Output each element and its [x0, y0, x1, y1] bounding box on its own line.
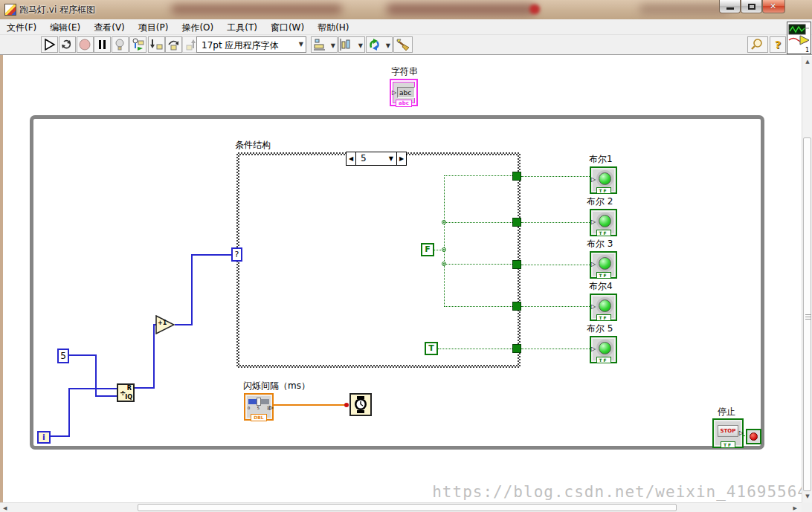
menu-window[interactable]: 窗口(W): [264, 19, 311, 36]
case-selector-terminal[interactable]: ?: [231, 247, 242, 262]
distribute-objects-button[interactable]: ▼: [338, 36, 365, 53]
input-triangle-icon: ▷: [591, 261, 596, 268]
wire-junction: [442, 247, 446, 252]
help-button[interactable]: ?: [770, 36, 786, 53]
retain-wire-values-button[interactable]: [129, 36, 146, 53]
pause-button[interactable]: [94, 36, 111, 53]
case-tunnel-5[interactable]: [512, 344, 521, 353]
boolean-indicator-2[interactable]: ▷ TF: [590, 209, 617, 236]
font-selector[interactable]: 17pt 应用程序字体 ▼: [196, 36, 306, 53]
highlight-execution-button[interactable]: [112, 36, 129, 53]
true-constant[interactable]: T: [425, 342, 438, 355]
case-tunnel-3[interactable]: [512, 260, 521, 269]
boolean-label: 布尔 5: [587, 323, 613, 335]
quotient-remainder-function[interactable]: ÷ R IQ: [117, 383, 135, 402]
run-button[interactable]: [41, 36, 58, 53]
numeric-wire: [68, 388, 70, 437]
stop-button-terminal[interactable]: STOP TF ▷: [712, 418, 744, 448]
case-dropdown-icon[interactable]: ▼: [389, 152, 393, 165]
interval-slider-control[interactable]: 0 5 10 DBL ▷: [244, 393, 274, 421]
wire-junction: [442, 220, 446, 224]
step-into-icon: [149, 37, 164, 52]
menu-view[interactable]: 查看(V): [87, 19, 132, 36]
led-icon: [599, 172, 611, 185]
boolean-wire: [438, 349, 512, 349]
run-continuously-button[interactable]: [59, 36, 76, 53]
background-blur-blob: [387, 4, 535, 15]
menu-operate[interactable]: 操作(O): [175, 19, 220, 36]
labview-block-diagram-window: { "window": { "title": "跑马灯.vi 程序框图" }, …: [0, 0, 812, 512]
string-indicator-value: abc: [397, 87, 415, 98]
case-tunnel-4[interactable]: [512, 302, 521, 311]
menu-help[interactable]: 帮助(H): [311, 19, 355, 36]
reorder-button[interactable]: ▼: [366, 36, 393, 53]
menu-tools[interactable]: 工具(T): [220, 19, 264, 36]
interval-control-label: 闪烁间隔（ms）: [243, 380, 310, 392]
boolean-label: 布尔 2: [587, 195, 613, 208]
boolean-wire: [444, 175, 445, 307]
maximize-icon: [748, 4, 755, 10]
iteration-terminal[interactable]: i: [37, 431, 51, 444]
boolean-wire: [444, 306, 512, 307]
boolean-indicator-3[interactable]: ▷ TF: [590, 251, 617, 279]
scrollbar-corner: [802, 502, 812, 512]
abort-button[interactable]: [77, 36, 94, 53]
boolean-wire: [521, 176, 590, 177]
case-tunnel-1[interactable]: [512, 172, 521, 181]
pause-icon: [94, 37, 110, 52]
tf-tag: TF: [596, 314, 611, 321]
minimize-button[interactable]: [719, 0, 741, 13]
scroll-up-icon[interactable]: ▲: [802, 59, 812, 65]
menu-project[interactable]: 项目(P): [132, 19, 175, 36]
window-title: 跑马灯.vi 程序框图: [19, 4, 95, 16]
vi-icon[interactable]: 1: [787, 22, 811, 54]
previous-case-icon[interactable]: ◀: [347, 152, 356, 165]
loop-condition-terminal[interactable]: [746, 429, 761, 444]
numeric-wire: [191, 254, 231, 256]
step-over-button[interactable]: [165, 36, 182, 53]
run-continuously-icon: [59, 37, 75, 52]
case-selector[interactable]: ◀ 5 ▼ ▶: [346, 152, 407, 166]
help-icon: ?: [775, 39, 781, 51]
step-into-button[interactable]: [148, 36, 165, 53]
numeric-wire: [95, 354, 97, 397]
case-tunnel-2[interactable]: [512, 218, 521, 227]
lightbulb-icon: [112, 37, 128, 52]
reorder-icon: [367, 37, 384, 52]
wait-ms-function[interactable]: [349, 393, 372, 416]
boolean-indicator-4[interactable]: ▷ TF: [590, 294, 617, 321]
vertical-scrollbar: ▲ ▼: [802, 56, 812, 502]
wire-junction: [442, 262, 446, 266]
numeric-wire: [153, 324, 155, 389]
menu-edit[interactable]: 编辑(E): [43, 19, 87, 36]
boolean-wire: [521, 265, 590, 265]
horizontal-scrollbar: ◀ ▶: [0, 502, 802, 512]
close-button[interactable]: ✕: [762, 0, 785, 13]
led-icon: [599, 299, 611, 312]
align-objects-button[interactable]: ▼: [311, 36, 338, 53]
search-button[interactable]: [747, 36, 768, 53]
boolean-indicator-5[interactable]: ▷ TF: [590, 336, 617, 363]
next-case-icon[interactable]: ▶: [396, 152, 406, 165]
case-structure[interactable]: ◀ 5 ▼ ▶: [236, 152, 521, 368]
scroll-down-icon[interactable]: ▼: [802, 493, 812, 499]
maximize-button[interactable]: [741, 0, 762, 13]
horizontal-scrollbar-thumb[interactable]: [138, 504, 677, 511]
vertical-scrollbar-thumb[interactable]: [803, 137, 811, 491]
scroll-left-icon[interactable]: ◀: [3, 505, 7, 511]
background-blur-blob: [529, 4, 540, 14]
tick-5: 5: [257, 406, 260, 410]
input-triangle-icon: ▷: [591, 346, 596, 352]
distribute-objects-icon: [339, 37, 357, 52]
scroll-right-icon[interactable]: ▶: [793, 505, 797, 511]
increment-function[interactable]: +1: [155, 315, 175, 334]
step-over-icon: [166, 37, 181, 52]
title-bar[interactable]: 跑马灯.vi 程序框图 ✕: [0, 0, 812, 19]
false-constant[interactable]: F: [421, 243, 434, 256]
string-indicator-terminal[interactable]: ▷ abc abc: [390, 79, 418, 106]
numeric-constant-5[interactable]: 5: [57, 349, 69, 363]
dbl-type-tag: DBL: [251, 414, 267, 421]
boolean-indicator-1[interactable]: ▷ TF: [590, 166, 617, 194]
clean-up-diagram-button[interactable]: [393, 36, 413, 53]
menu-file[interactable]: 文件(F): [0, 19, 43, 36]
